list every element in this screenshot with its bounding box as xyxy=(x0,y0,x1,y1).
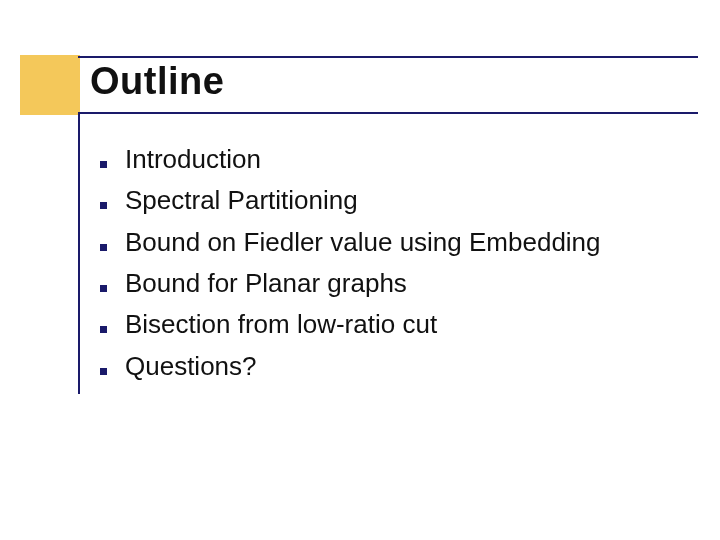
bullet-list: Introduction Spectral Partitioning Bound… xyxy=(100,142,680,390)
list-item: Spectral Partitioning xyxy=(100,183,680,217)
list-item-label: Bound on Fiedler value using Embedding xyxy=(125,225,601,259)
square-bullet-icon xyxy=(100,161,107,168)
list-item-label: Questions? xyxy=(125,349,257,383)
list-item: Bound on Fiedler value using Embedding xyxy=(100,225,680,259)
square-bullet-icon xyxy=(100,368,107,375)
list-item: Questions? xyxy=(100,349,680,383)
list-item-label: Bisection from low-ratio cut xyxy=(125,307,437,341)
list-item: Introduction xyxy=(100,142,680,176)
title-line-top xyxy=(78,56,698,58)
accent-vertical-line xyxy=(78,114,80,394)
title-accent-box xyxy=(20,55,80,115)
list-item-label: Spectral Partitioning xyxy=(125,183,358,217)
square-bullet-icon xyxy=(100,285,107,292)
title-line-bottom xyxy=(78,112,698,114)
list-item: Bound for Planar graphs xyxy=(100,266,680,300)
square-bullet-icon xyxy=(100,326,107,333)
list-item-label: Introduction xyxy=(125,142,261,176)
square-bullet-icon xyxy=(100,202,107,209)
square-bullet-icon xyxy=(100,244,107,251)
list-item-label: Bound for Planar graphs xyxy=(125,266,407,300)
slide-title: Outline xyxy=(90,60,224,103)
list-item: Bisection from low-ratio cut xyxy=(100,307,680,341)
